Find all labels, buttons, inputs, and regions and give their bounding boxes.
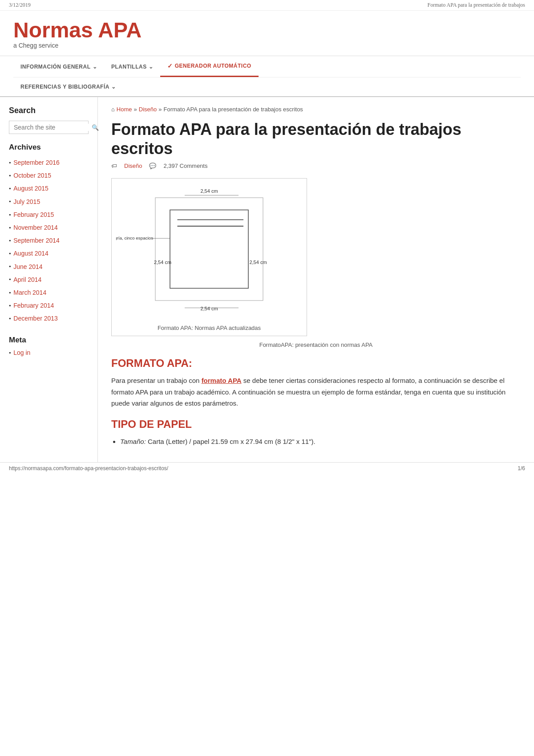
list-item[interactable]: March 2014 xyxy=(9,286,89,299)
logo-subtitle: a Chegg service xyxy=(13,42,521,49)
archives-heading: Archives xyxy=(9,143,89,152)
main-content: ⌂ Home » Diseño » Formato APA para la pr… xyxy=(98,97,534,462)
svg-text:2,54 cm: 2,54 cm xyxy=(154,260,171,265)
page-title-top: Formato APA para la presentación de trab… xyxy=(427,2,525,8)
nav-row2: REFERENCIAS Y BIBLIOGRAFÍA ⌄ xyxy=(13,77,521,96)
bullet-prefix: Tamaño: xyxy=(120,438,146,445)
archive-link[interactable]: February 2014 xyxy=(13,300,54,311)
breadcrumb-home[interactable]: Home xyxy=(117,106,132,113)
archive-link[interactable]: October 2015 xyxy=(13,170,51,181)
comment-icon: 💬 xyxy=(149,163,156,169)
footer-page: 1/6 xyxy=(518,465,525,471)
nav-referencias[interactable]: REFERENCIAS Y BIBLIOGRAFÍA ⌄ xyxy=(13,77,123,96)
archive-link[interactable]: April 2014 xyxy=(13,274,41,285)
list-item[interactable]: July 2015 xyxy=(9,195,89,208)
chevron-down-icon: ⌄ xyxy=(93,64,97,70)
bullet-text: Carta (Letter) / papel 21.59 cm x 27.94 … xyxy=(148,438,316,445)
list-item[interactable]: August 2014 xyxy=(9,247,89,260)
format-diagram: 2,54 cm Sangría, cinco espacios 2,54 cm … xyxy=(116,183,302,320)
search-heading: Search xyxy=(9,106,89,115)
chevron-down-icon-2: ⌄ xyxy=(149,64,154,70)
top-bar: 3/12/2019 Formato APA para la presentaci… xyxy=(0,0,534,11)
nav-plantillas-label: PLANTILLAS xyxy=(111,64,147,70)
login-link[interactable]: Log in xyxy=(13,349,30,356)
sidebar: Search 🔍 Archives September 2016 October… xyxy=(0,97,98,462)
section1-text: Para presentar un trabajo con formato AP… xyxy=(111,375,521,409)
image-caption-main: Formato APA: Normas APA actualizadas xyxy=(116,325,302,331)
archive-list: September 2016 October 2015 August 2015 … xyxy=(9,156,89,325)
nav-bar: INFORMACIÓN GENERAL ⌄ PLANTILLAS ⌄ ✓ GEN… xyxy=(0,56,534,97)
meta-heading: Meta xyxy=(9,336,89,345)
section2-title: TIPO DE PAPEL xyxy=(111,418,521,431)
svg-text:Sangría, cinco espacios: Sangría, cinco espacios xyxy=(116,236,153,240)
list-item[interactable]: June 2014 xyxy=(9,260,89,273)
article-title: Formato APA para la presentación de trab… xyxy=(111,120,521,158)
archive-link[interactable]: September 2014 xyxy=(13,235,60,246)
list-item[interactable]: August 2015 xyxy=(9,182,89,195)
nav-informacion[interactable]: INFORMACIÓN GENERAL ⌄ xyxy=(13,56,104,77)
list-item[interactable]: September 2014 xyxy=(9,234,89,247)
breadcrumb-sep1: » xyxy=(134,106,137,113)
image-caption-sub: FormatoAPA: presentación con normas APA xyxy=(111,341,521,348)
bullet-list: Tamaño: Carta (Letter) / papel 21.59 cm … xyxy=(111,436,521,447)
list-item[interactable]: February 2014 xyxy=(9,299,89,312)
footer-url: https://normasapa.com/formato-apa-presen… xyxy=(9,465,168,471)
archive-link[interactable]: March 2014 xyxy=(13,287,46,298)
svg-rect-4 xyxy=(170,210,248,289)
bottom-bar: https://normasapa.com/formato-apa-presen… xyxy=(0,462,534,474)
archive-link[interactable]: August 2015 xyxy=(13,183,49,194)
nav-plantillas[interactable]: PLANTILLAS ⌄ xyxy=(104,56,160,77)
home-icon: ⌂ xyxy=(111,106,115,113)
date-display: 3/12/2019 xyxy=(9,2,31,8)
checkmark-icon: ✓ xyxy=(167,62,173,69)
archive-link[interactable]: June 2014 xyxy=(13,261,42,272)
article-body: FORMATO APA: Para presentar un trabajo c… xyxy=(111,357,521,447)
list-item[interactable]: April 2014 xyxy=(9,273,89,286)
tag-icon: 🏷 xyxy=(111,163,117,169)
nav-referencias-label: REFERENCIAS Y BIBLIOGRAFÍA xyxy=(20,84,109,90)
meta-list: Log in xyxy=(9,349,89,356)
breadcrumb-sep2: » xyxy=(158,106,162,113)
archive-link[interactable]: September 2016 xyxy=(13,157,60,168)
search-box[interactable]: 🔍 xyxy=(9,121,89,134)
archive-link[interactable]: August 2014 xyxy=(13,248,49,259)
list-item[interactable]: September 2016 xyxy=(9,156,89,169)
article-image: 2,54 cm Sangría, cinco espacios 2,54 cm … xyxy=(111,178,307,336)
breadcrumb-current: Formato APA para la presentación de trab… xyxy=(163,106,303,113)
list-item[interactable]: December 2013 xyxy=(9,312,89,325)
archive-link[interactable]: November 2014 xyxy=(13,222,58,233)
archive-link[interactable]: December 2013 xyxy=(13,313,58,324)
list-item[interactable]: November 2014 xyxy=(9,221,89,234)
format-apa-link[interactable]: formato APA xyxy=(202,377,242,384)
article-meta: 🏷 Diseño 💬 2,397 Comments xyxy=(111,163,521,169)
logo-area: Normas APA a Chegg service xyxy=(0,11,534,56)
breadcrumb-category[interactable]: Diseño xyxy=(139,106,157,113)
nav-generador-label: GENERADOR AUTOMÁTICO xyxy=(175,63,251,69)
chevron-down-icon-3: ⌄ xyxy=(111,84,116,90)
svg-text:2,54 cm: 2,54 cm xyxy=(200,306,218,311)
svg-text:2,54 cm: 2,54 cm xyxy=(249,260,267,265)
nav-generador[interactable]: ✓ GENERADOR AUTOMÁTICO xyxy=(160,56,259,77)
article-comments: 2,397 Comments xyxy=(163,163,207,169)
archive-link[interactable]: February 2015 xyxy=(13,209,54,220)
list-item: Tamaño: Carta (Letter) / papel 21.59 cm … xyxy=(120,436,521,447)
article-category[interactable]: Diseño xyxy=(124,163,142,169)
list-item[interactable]: Log in xyxy=(9,349,89,356)
logo-title[interactable]: Normas APA xyxy=(13,20,521,41)
main-layout: Search 🔍 Archives September 2016 October… xyxy=(0,97,534,462)
meta-section: Meta Log in xyxy=(9,336,89,356)
breadcrumb: ⌂ Home » Diseño » Formato APA para la pr… xyxy=(111,106,521,113)
nav-informacion-label: INFORMACIÓN GENERAL xyxy=(20,64,91,70)
search-input[interactable] xyxy=(14,124,92,131)
section1-title: FORMATO APA: xyxy=(111,357,521,370)
svg-text:2,54 cm: 2,54 cm xyxy=(200,188,218,194)
list-item[interactable]: October 2015 xyxy=(9,169,89,182)
list-item[interactable]: February 2015 xyxy=(9,208,89,221)
archive-link[interactable]: July 2015 xyxy=(13,196,40,207)
